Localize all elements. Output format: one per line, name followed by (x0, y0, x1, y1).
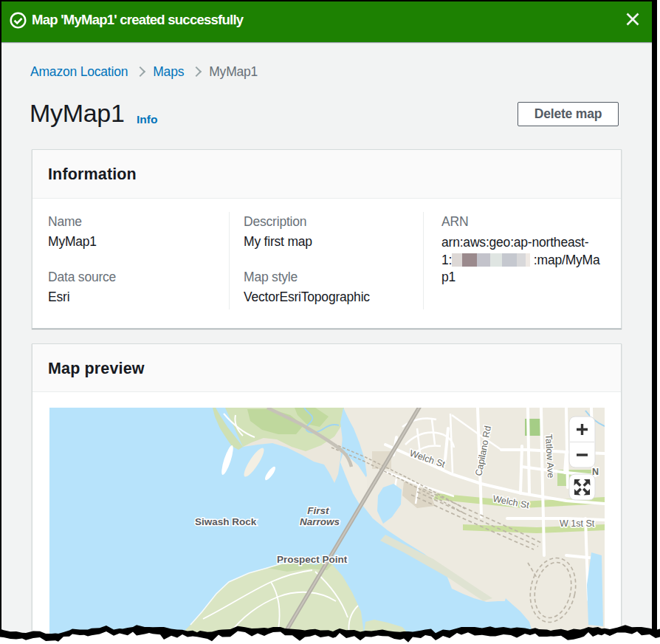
svg-text:W 1st St: W 1st St (560, 518, 595, 529)
svg-text:Prospect Point: Prospect Point (277, 554, 348, 565)
svg-text:Narrows: Narrows (300, 516, 340, 527)
svg-text:First: First (307, 505, 329, 516)
svg-text:Siwash Rock: Siwash Rock (195, 516, 257, 527)
